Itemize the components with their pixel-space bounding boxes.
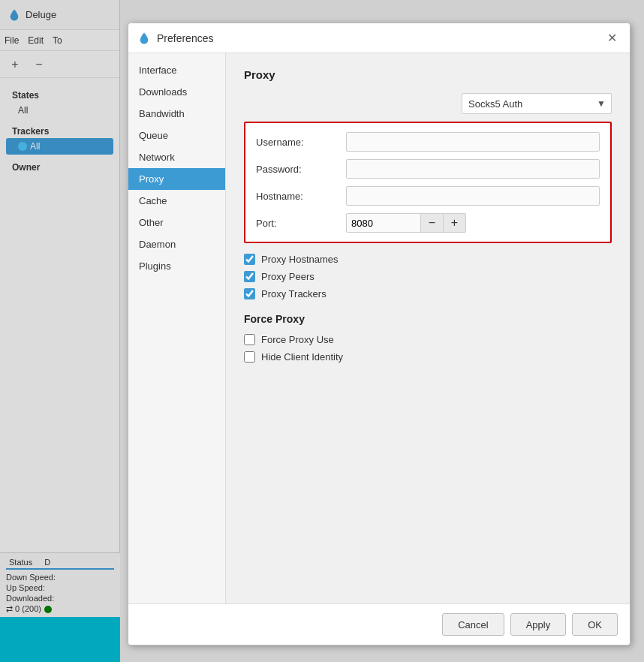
port-control: − + <box>346 213 466 233</box>
ok-button[interactable]: OK <box>572 613 618 636</box>
port-decrement-button[interactable]: − <box>421 213 444 233</box>
apply-button[interactable]: Apply <box>510 613 567 636</box>
port-label: Port: <box>256 218 346 229</box>
force-proxy-section: Force Proxy Force Proxy Use Hide Client … <box>244 313 612 363</box>
username-row: Username: <box>256 132 600 152</box>
dialog-titlebar: Preferences ✕ <box>128 23 630 53</box>
password-row: Password: <box>256 159 600 179</box>
cancel-button[interactable]: Cancel <box>442 613 504 636</box>
nav-sidebar: Interface Downloads Bandwidth Queue Netw… <box>128 53 226 603</box>
nav-item-queue[interactable]: Queue <box>128 125 225 146</box>
content-area: Proxy None Socks4 Socks5 Socks5 Auth HTT… <box>226 53 630 603</box>
hide-client-identity-checkbox[interactable] <box>244 351 255 363</box>
hostname-input[interactable] <box>346 186 600 206</box>
proxy-form-box: Username: Password: Hostname: Port: <box>244 122 612 243</box>
proxy-trackers-checkbox[interactable] <box>244 288 255 299</box>
hostname-row: Hostname: <box>256 186 600 206</box>
hide-client-identity-row: Hide Client Identity <box>244 351 612 363</box>
dialog-body: Interface Downloads Bandwidth Queue Netw… <box>128 53 630 603</box>
username-input[interactable] <box>346 132 600 152</box>
force-proxy-title: Force Proxy <box>244 313 612 325</box>
dialog-deluge-icon <box>137 32 151 45</box>
proxy-checkboxes-section: Proxy Hostnames Proxy Peers Proxy Tracke… <box>244 254 612 299</box>
proxy-hostnames-label: Proxy Hostnames <box>261 254 339 265</box>
port-row: Port: − + <box>256 213 600 233</box>
proxy-trackers-label: Proxy Trackers <box>261 288 327 299</box>
hide-client-identity-label: Hide Client Identity <box>261 351 343 363</box>
dialog-footer: Cancel Apply OK <box>128 603 630 645</box>
force-proxy-use-row: Force Proxy Use <box>244 334 612 345</box>
nav-item-bandwidth[interactable]: Bandwidth <box>128 103 225 125</box>
nav-item-other[interactable]: Other <box>128 212 225 233</box>
proxy-peers-label: Proxy Peers <box>261 271 314 282</box>
proxy-trackers-row: Proxy Trackers <box>244 288 612 299</box>
dialog-title: Preferences <box>157 32 213 44</box>
proxy-hostnames-row: Proxy Hostnames <box>244 254 612 265</box>
username-label: Username: <box>256 137 346 148</box>
proxy-section-title: Proxy <box>244 68 612 81</box>
proxy-type-select[interactable]: None Socks4 Socks5 Socks5 Auth HTTP HTTP… <box>462 93 612 114</box>
proxy-peers-row: Proxy Peers <box>244 271 612 282</box>
nav-item-proxy[interactable]: Proxy <box>128 168 225 190</box>
proxy-peers-checkbox[interactable] <box>244 271 255 282</box>
password-label: Password: <box>256 164 346 175</box>
dialog-close-button[interactable]: ✕ <box>603 29 621 47</box>
proxy-type-wrapper: None Socks4 Socks5 Socks5 Auth HTTP HTTP… <box>462 93 612 114</box>
port-increment-button[interactable]: + <box>444 213 466 233</box>
proxy-hostnames-checkbox[interactable] <box>244 254 255 265</box>
nav-item-daemon[interactable]: Daemon <box>128 233 225 255</box>
nav-item-interface[interactable]: Interface <box>128 59 225 81</box>
proxy-type-row: None Socks4 Socks5 Socks5 Auth HTTP HTTP… <box>244 93 612 114</box>
hostname-label: Hostname: <box>256 191 346 202</box>
nav-item-network[interactable]: Network <box>128 146 225 168</box>
password-input[interactable] <box>346 159 600 179</box>
nav-item-downloads[interactable]: Downloads <box>128 81 225 103</box>
force-proxy-use-checkbox[interactable] <box>244 334 255 345</box>
force-proxy-use-label: Force Proxy Use <box>261 334 334 345</box>
preferences-dialog: Preferences ✕ Interface Downloads Bandwi… <box>128 23 630 645</box>
dialog-title-left: Preferences <box>137 32 213 45</box>
port-input[interactable] <box>346 213 421 233</box>
nav-item-plugins[interactable]: Plugins <box>128 255 225 277</box>
nav-item-cache[interactable]: Cache <box>128 190 225 212</box>
